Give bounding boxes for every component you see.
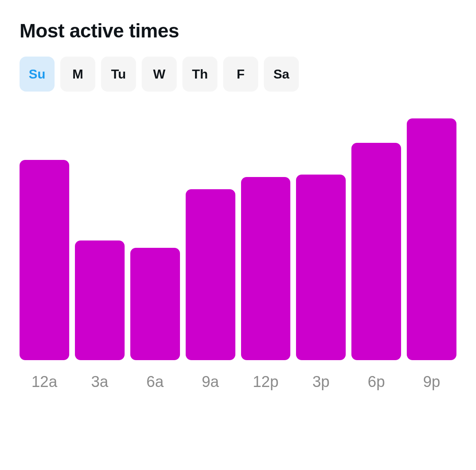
- day-tab-sa[interactable]: Sa: [264, 57, 299, 92]
- x-label-12a: 12a: [20, 373, 69, 391]
- bar-6p: [351, 143, 401, 360]
- day-tab-f[interactable]: F: [223, 57, 258, 92]
- bar-chart: [20, 116, 456, 360]
- x-label-12p: 12p: [241, 373, 291, 391]
- bar-3a: [75, 240, 125, 360]
- day-tabs: Su M Tu W Th F Sa: [20, 57, 456, 92]
- day-tab-th[interactable]: Th: [182, 57, 217, 92]
- bar-6a: [130, 248, 180, 360]
- bar-12p: [241, 177, 291, 360]
- x-label-6p: 6p: [351, 373, 401, 391]
- card-title: Most active times: [20, 20, 456, 42]
- x-label-3a: 3a: [75, 373, 125, 391]
- day-tab-su[interactable]: Su: [20, 57, 55, 92]
- x-label-3p: 3p: [296, 373, 346, 391]
- day-tab-tu[interactable]: Tu: [101, 57, 136, 92]
- most-active-times-card: Most active times Su M Tu W Th F Sa 12a …: [20, 20, 456, 391]
- x-axis: 12a 3a 6a 9a 12p 3p 6p 9p: [20, 373, 456, 391]
- x-label-6a: 6a: [130, 373, 180, 391]
- x-label-9p: 9p: [407, 373, 456, 391]
- bar-9a: [186, 189, 235, 360]
- day-tab-w[interactable]: W: [142, 57, 177, 92]
- x-label-9a: 9a: [186, 373, 235, 391]
- bar-9p: [407, 118, 456, 360]
- bar-12a: [20, 160, 69, 360]
- bar-3p: [296, 175, 346, 360]
- day-tab-m[interactable]: M: [60, 57, 95, 92]
